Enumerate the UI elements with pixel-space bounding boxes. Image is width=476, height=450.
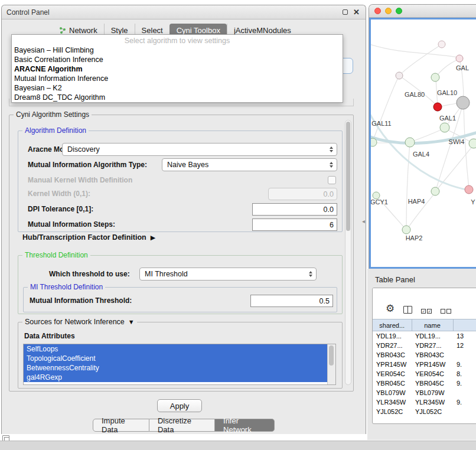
- mi-type-value: Naive Bayes: [167, 161, 208, 169]
- algorithm-definition-group: Algorithm Definition Aracne Mode: Discov…: [18, 131, 343, 232]
- expand-right-icon: ▶: [151, 234, 155, 242]
- network-node-gray[interactable]: [457, 96, 470, 109]
- network-node[interactable]: [405, 138, 415, 147]
- table-cell: [453, 388, 476, 397]
- close-icon[interactable]: ✕: [353, 8, 360, 16]
- which-threshold-select[interactable]: MI Threshold: [139, 268, 317, 281]
- table-row[interactable]: YJL052CYJL052C: [373, 407, 476, 416]
- table-body: YDL19...YDL19...13YDR27...YDR27...12YBR0…: [373, 331, 476, 416]
- network-node[interactable]: [431, 187, 439, 195]
- table-panel-window: ⚙ ✓✓ shared...name YDL19...YDL19...13YDR…: [372, 288, 476, 424]
- apply-button-label: Apply: [170, 402, 190, 410]
- deselect-all-icon[interactable]: [441, 309, 451, 314]
- table-cell: YPR145W: [373, 360, 412, 369]
- aracne-mode-value: Discovery: [67, 145, 100, 154]
- data-attributes-list[interactable]: SelfLoopsTopologicalCoefficientBetweenne…: [23, 344, 336, 385]
- mi-steps-label: Mutual Information Steps:: [28, 220, 115, 229]
- kernel-width-field[interactable]: [268, 188, 337, 200]
- network-node[interactable]: [396, 72, 403, 79]
- table-cell: YBR045C: [412, 379, 453, 388]
- gear-icon[interactable]: ⚙: [386, 304, 395, 314]
- network-node-red[interactable]: [433, 103, 442, 111]
- algorithm-option[interactable]: Dream8 DC_TDC Algorithm: [12, 93, 343, 102]
- table-row[interactable]: YBR045CYBR045C9.: [373, 379, 476, 388]
- mi-threshold-field[interactable]: [250, 295, 333, 307]
- tab-infer-network[interactable]: Infer Network: [215, 419, 275, 432]
- node-label: GAL11: [371, 120, 391, 127]
- network-node[interactable]: [431, 73, 439, 81]
- dpi-tolerance-field[interactable]: [252, 203, 337, 216]
- network-node[interactable]: [438, 41, 445, 48]
- tab-label: Cyni Toolbox: [177, 26, 220, 35]
- table-row[interactable]: YDL19...YDL19...13: [373, 331, 476, 341]
- attribute-item-selected[interactable]: TopologicalCoefficient: [24, 354, 327, 363]
- attribute-item-selected[interactable]: gal4RGexp: [24, 373, 327, 382]
- mac-close-button[interactable]: [374, 8, 381, 14]
- network-canvas[interactable]: GAL GAL80 GAL10 GAL11 GAL1 SWI4 GAL4 GCY…: [369, 18, 476, 269]
- algorithm-option[interactable]: Mutual Information Inference: [12, 74, 343, 83]
- network-node[interactable]: [465, 185, 473, 194]
- attributes-scrollbar-thumb[interactable]: [329, 345, 334, 366]
- algorithm-option[interactable]: Bayesian – Hill Climbing: [12, 45, 343, 55]
- settings-scrollbar-thumb[interactable]: [346, 122, 350, 231]
- attribute-item-selected[interactable]: BetweennessCentrality: [24, 363, 327, 373]
- mi-type-select[interactable]: Naive Bayes: [162, 158, 337, 171]
- table-cell: YDL19...: [412, 331, 453, 341]
- mi-steps-field[interactable]: [252, 219, 337, 231]
- algorithm-option[interactable]: ARACNE Algorithm: [12, 64, 343, 74]
- dpi-tolerance-label: DPI Tolerance [0,1]:: [28, 205, 93, 213]
- algorithm-popup-list: Bayesian – Hill ClimbingBasic Correlatio…: [12, 45, 343, 102]
- select-all-icon[interactable]: ✓✓: [421, 309, 432, 314]
- table-row[interactable]: YBR043CYBR043C: [373, 350, 476, 360]
- table-cell: YBR043C: [373, 350, 412, 360]
- network-node[interactable]: [469, 139, 476, 148]
- columns-icon[interactable]: [403, 306, 412, 314]
- aracne-mode-select[interactable]: Discovery: [62, 143, 337, 156]
- tab-label: Style: [111, 26, 128, 35]
- table-row[interactable]: YDR27...YDR27...12: [373, 341, 476, 350]
- sources-expander[interactable]: Sources for Network Inference ▼: [22, 318, 137, 326]
- table-row[interactable]: YER054CYER054C8.: [373, 369, 476, 379]
- column-header[interactable]: shared...: [373, 319, 412, 331]
- table-header-row: shared...name: [373, 319, 476, 331]
- column-header[interactable]: [453, 319, 476, 331]
- tab-label: Impute Data: [102, 416, 141, 434]
- node-table: shared...name YDL19...YDL19...13YDR27...…: [373, 319, 476, 416]
- table-cell: YLR345W: [412, 397, 453, 407]
- tab-label: Discretize Data: [158, 416, 206, 434]
- settings-scrollbar[interactable]: [345, 120, 351, 385]
- network-node[interactable]: [371, 138, 377, 146]
- attributes-scrollbar[interactable]: [327, 344, 335, 384]
- table-row[interactable]: YPR145WYPR145W9.: [373, 360, 476, 369]
- mi-threshold-group: MI Threshold Definition Mutual Informati…: [23, 287, 337, 312]
- tab-impute-data[interactable]: Impute Data: [93, 419, 149, 432]
- table-row[interactable]: YBL079WYBL079W: [373, 388, 476, 397]
- panel-collapse-handle[interactable]: ◂: [362, 218, 365, 224]
- attribute-item-selected[interactable]: SelfLoops: [24, 344, 327, 354]
- algorithm-option[interactable]: Bayesian – K2: [12, 83, 343, 93]
- algorithm-option[interactable]: Basic Correlation Inference: [12, 55, 343, 64]
- float-window-icon[interactable]: [343, 9, 348, 15]
- bottom-tabbar: Impute Data Discretize Data Infer Networ…: [93, 419, 275, 432]
- node-label: GAL10: [437, 89, 457, 96]
- apply-button[interactable]: Apply: [157, 399, 202, 412]
- threshold-definition-group: Threshold Definition Which threshold to …: [18, 255, 343, 314]
- node-label: GAL: [456, 64, 469, 71]
- table-cell: YBL079W: [373, 388, 412, 397]
- tab-discretize-data[interactable]: Discretize Data: [149, 419, 215, 432]
- network-node[interactable]: [402, 226, 410, 234]
- network-node[interactable]: [440, 123, 449, 132]
- network-node[interactable]: [456, 55, 463, 62]
- table-cell: 9.: [453, 379, 476, 388]
- table-row[interactable]: YLR345WYLR345W9.: [373, 397, 476, 407]
- node-label: GAL4: [413, 151, 429, 158]
- mac-minimize-button[interactable]: [385, 8, 392, 14]
- tab-label: Infer Network: [223, 416, 266, 434]
- hub-definition-label: Hub/Transcription Factor Definition: [22, 233, 146, 242]
- column-header[interactable]: name: [412, 319, 453, 331]
- combo-arrows-icon: [309, 271, 312, 277]
- manual-kernel-checkbox[interactable]: [328, 176, 336, 184]
- hub-definition-expander[interactable]: Hub/Transcription Factor Definition ▶: [22, 233, 155, 242]
- mac-zoom-button[interactable]: [396, 8, 402, 14]
- table-cell: 12: [453, 341, 476, 350]
